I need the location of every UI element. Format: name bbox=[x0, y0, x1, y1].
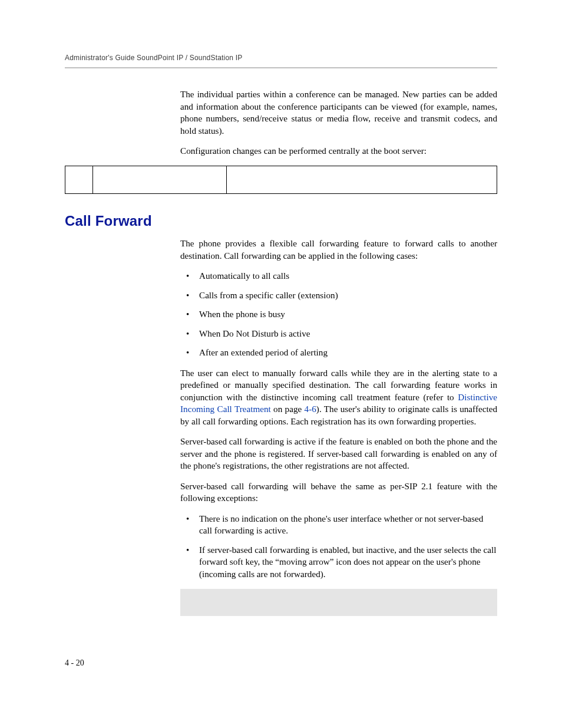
running-header: Administrator's Guide SoundPoint IP / So… bbox=[65, 53, 497, 66]
cf-paragraph-4: Server-based call forwarding will behave… bbox=[180, 480, 497, 505]
call-forward-block: The phone provides a flexible call forwa… bbox=[180, 238, 497, 615]
list-item: Automatically to all calls bbox=[180, 270, 497, 282]
cf-p2-part-b: on page bbox=[271, 404, 305, 414]
table-row bbox=[65, 166, 497, 193]
table-cell bbox=[65, 166, 93, 193]
cf-bullet-list-1: Automatically to all calls Calls from a … bbox=[180, 270, 497, 359]
section-heading-call-forward: Call Forward bbox=[65, 212, 497, 230]
list-item: There is no indication on the phone's us… bbox=[180, 513, 497, 537]
cf-bullet-list-2: There is no indication on the phone's us… bbox=[180, 513, 497, 581]
list-item: If server-based call forwarding is enabl… bbox=[180, 544, 497, 581]
list-item: When Do Not Disturb is active bbox=[180, 328, 497, 340]
config-table bbox=[65, 166, 497, 194]
header-rule bbox=[65, 67, 497, 68]
cf-paragraph-1: The phone provides a flexible call forwa… bbox=[180, 238, 497, 262]
table-cell bbox=[93, 166, 227, 193]
page-number: 4 - 20 bbox=[65, 658, 84, 669]
intro-paragraph-2: Configuration changes can be performed c… bbox=[180, 145, 497, 157]
list-item: Calls from a specific caller (extension) bbox=[180, 289, 497, 302]
table-cell bbox=[227, 166, 497, 193]
cf-p2-part-a: The user can elect to manually forward c… bbox=[180, 368, 497, 402]
page-container: Administrator's Guide SoundPoint IP / So… bbox=[0, 0, 562, 728]
intro-paragraph-1: The individual parties within a conferen… bbox=[180, 88, 497, 137]
cf-paragraph-2: The user can elect to manually forward c… bbox=[180, 367, 497, 428]
cf-paragraph-3: Server-based call forwarding is active i… bbox=[180, 436, 497, 472]
note-box bbox=[180, 589, 497, 616]
xref-page-4-6[interactable]: 4-6 bbox=[305, 404, 316, 414]
list-item: After an extended period of alerting bbox=[180, 347, 497, 359]
intro-block: The individual parties within a conferen… bbox=[180, 88, 497, 157]
list-item: When the phone is busy bbox=[180, 308, 497, 321]
